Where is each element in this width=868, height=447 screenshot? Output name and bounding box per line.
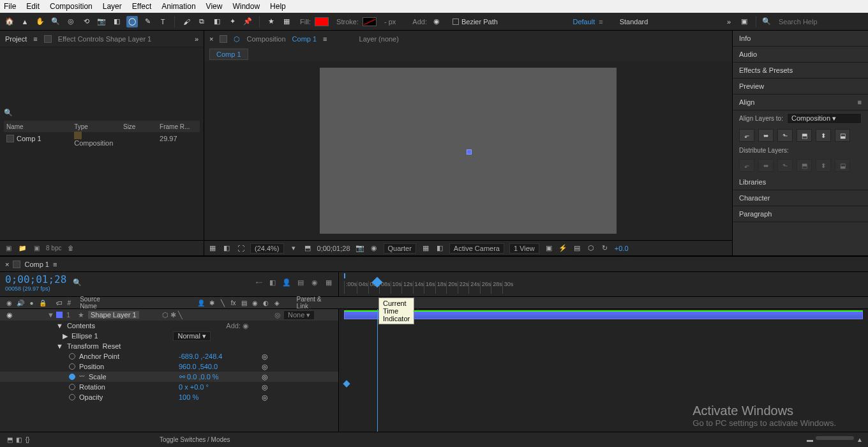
exposure-value[interactable]: +0.0	[615, 245, 629, 252]
comp-mini-flowchart-icon[interactable]: ⬳	[254, 278, 263, 287]
composition-viewer[interactable]	[204, 61, 732, 240]
layer-name[interactable]: Shape Layer 1	[88, 311, 139, 319]
stopwatch-icon[interactable]	[69, 384, 75, 390]
audio-panel[interactable]: Audio	[733, 47, 868, 63]
expression-pickwhip-icon[interactable]: ◎	[262, 352, 268, 361]
workspace-default[interactable]: Default	[572, 18, 595, 26]
brush-tool-icon[interactable]: 🖌	[181, 16, 192, 27]
ellipse-group[interactable]: ▶ Ellipse 1 Normal ▾	[0, 331, 338, 341]
layer-label-color[interactable]	[56, 312, 63, 318]
parent-column[interactable]: Parent & Link	[297, 296, 333, 310]
toggle-switches-modes[interactable]: Toggle Switches / Modes	[160, 436, 230, 443]
layer-row[interactable]: ◉ ▼ 1 ★ Shape Layer 1 ⬡✱╲ ◎ None ▾	[0, 309, 338, 321]
menu-view[interactable]: View	[206, 2, 223, 11]
shape-tool-icon[interactable]: ◯	[126, 16, 138, 27]
composition-canvas[interactable]	[320, 68, 617, 234]
zoom-slider[interactable]	[816, 436, 854, 440]
adjustment-switch-icon[interactable]: ◐	[262, 298, 271, 307]
transform-group[interactable]: ▼ Transform Reset	[0, 341, 338, 351]
motion-blur-icon[interactable]: ◉	[310, 278, 319, 287]
expression-pickwhip-icon[interactable]: ◎	[262, 393, 268, 402]
align-target-dropdown[interactable]: Composition ▾	[787, 113, 862, 124]
align-left-icon[interactable]: ⬐	[739, 129, 754, 142]
expand-icon[interactable]: ◧	[14, 436, 23, 444]
zoom-out-icon[interactable]: ▬	[807, 436, 813, 443]
composition-tab-name[interactable]: Comp 1	[292, 35, 317, 43]
source-name-column[interactable]: Source Name	[80, 296, 117, 310]
project-tab[interactable]: Project	[5, 35, 27, 43]
stroke-width[interactable]: - px	[384, 18, 396, 26]
rotation-tool-icon[interactable]: ⟲	[80, 16, 92, 27]
align-top-icon[interactable]: ⬒	[797, 129, 812, 142]
timeline-icon[interactable]: ▤	[572, 244, 581, 253]
close-tab-icon[interactable]: ×	[209, 35, 213, 43]
align-bottom-icon[interactable]: ⬓	[835, 129, 850, 142]
menu-window[interactable]: Window	[232, 2, 260, 11]
3d-view-icon[interactable]: ◧	[435, 244, 444, 253]
timeline-tab[interactable]: Comp 1	[24, 261, 49, 268]
new-comp-icon[interactable]: ▣	[32, 244, 41, 253]
draft-3d-icon[interactable]: ◧	[268, 278, 277, 287]
opacity-property[interactable]: Opacity 100 % ◎	[0, 392, 338, 402]
pixel-aspect-icon[interactable]: ▣	[544, 244, 553, 253]
zoom-level[interactable]: (24.4%)	[250, 243, 284, 254]
fx-switch-icon[interactable]: fx	[229, 298, 238, 307]
speaker-column-icon[interactable]: 🔊	[16, 298, 24, 307]
trash-icon[interactable]: 🗑	[66, 244, 75, 253]
paragraph-panel[interactable]: Paragraph	[733, 206, 868, 222]
snapshot-icon[interactable]: 📷	[355, 244, 364, 253]
motion-blur-switch-icon[interactable]: ◉	[251, 298, 260, 307]
add-shape-icon[interactable]: ◉	[243, 322, 249, 330]
menu-layer[interactable]: Layer	[103, 2, 122, 11]
col-type[interactable]: Type	[74, 123, 118, 130]
pan-behind-tool-icon[interactable]: ◧	[111, 16, 123, 27]
shy-icon[interactable]: 👤	[282, 278, 291, 287]
interpret-footage-icon[interactable]: ▣	[4, 244, 13, 253]
panel-menu-icon[interactable]: ≡	[33, 35, 37, 43]
info-panel[interactable]: Info	[733, 31, 868, 47]
panel-menu-icon[interactable]: ≡	[323, 35, 327, 43]
transparency-grid-icon[interactable]: ▦	[421, 244, 430, 253]
align-hcenter-icon[interactable]: ⬌	[758, 129, 774, 142]
blend-mode-dropdown[interactable]: Normal ▾	[173, 331, 211, 341]
effects-presets-panel[interactable]: Effects & Presets	[733, 63, 868, 79]
character-panel[interactable]: Character	[733, 190, 868, 206]
menu-file[interactable]: File	[4, 2, 16, 11]
timeline-search-icon[interactable]: 🔍	[73, 278, 82, 287]
view-layout-dropdown[interactable]: 1 View	[509, 243, 539, 254]
eye-icon[interactable]: ◉	[5, 310, 14, 319]
menu-edit[interactable]: Edit	[26, 2, 40, 11]
align-vcenter-icon[interactable]: ⬍	[816, 129, 831, 142]
region-of-interest-icon[interactable]: ⛶	[236, 244, 245, 253]
camera-dropdown[interactable]: Active Camera	[449, 243, 504, 254]
panel-menu-icon[interactable]: ≡	[858, 98, 862, 106]
bpc-label[interactable]: 8 bpc	[46, 245, 61, 252]
menu-help[interactable]: Help	[270, 2, 286, 11]
eraser-tool-icon[interactable]: ◧	[211, 16, 223, 27]
effect-controls-tab[interactable]: Effect Controls Shape Layer 1	[58, 35, 152, 43]
puppet-tool-icon[interactable]: 📌	[242, 16, 253, 27]
stopwatch-icon[interactable]	[69, 353, 75, 360]
comp-flowchart-icon[interactable]: ⬡	[587, 244, 595, 253]
panel-menu-icon[interactable]: ≡	[53, 261, 57, 268]
zoom-tool-icon[interactable]: 🔍	[50, 16, 61, 27]
toggle-switches-icon[interactable]: ⬒	[5, 436, 14, 444]
close-tab-icon[interactable]: ×	[5, 261, 9, 268]
work-area-bar[interactable]	[344, 273, 345, 278]
type-tool-icon[interactable]: T	[157, 16, 168, 27]
show-channel-icon[interactable]: ◉	[370, 244, 378, 253]
align-right-icon[interactable]: ⬑	[777, 129, 793, 142]
fill-swatch[interactable]	[315, 17, 329, 26]
frame-blend-switch-icon[interactable]: ▤	[240, 298, 249, 307]
new-folder-icon[interactable]: 📁	[18, 244, 27, 253]
label-column-icon[interactable]: 🏷	[56, 299, 63, 307]
layer-duration-bar[interactable]	[344, 310, 863, 319]
render-queue-icon[interactable]: {}	[23, 436, 32, 444]
scale-property[interactable]: ◀◆▶ 〰 Scale ⚯ 0.0 ,0.0 % ◎	[0, 372, 338, 382]
expression-pickwhip-icon[interactable]: ◎	[262, 383, 268, 391]
workspace-standard[interactable]: Standard	[620, 18, 648, 26]
pen-tool-icon[interactable]: ✎	[142, 16, 153, 27]
workspace-menu-icon[interactable]: ≡	[599, 18, 602, 26]
shy-switch-icon[interactable]: 👤	[197, 298, 206, 307]
eye-column-icon[interactable]: ◉	[5, 298, 13, 307]
